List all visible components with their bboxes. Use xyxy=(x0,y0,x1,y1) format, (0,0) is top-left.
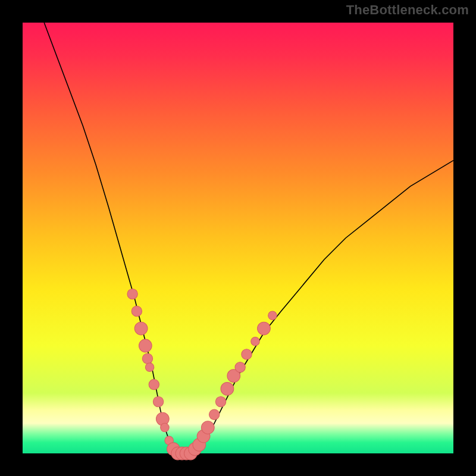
data-marker xyxy=(161,423,169,431)
chart-background xyxy=(23,23,453,453)
data-marker xyxy=(134,322,148,335)
attribution-label: TheBottleneck.com xyxy=(346,2,469,18)
data-marker xyxy=(145,363,154,371)
data-marker xyxy=(142,353,152,364)
data-marker xyxy=(242,349,252,359)
chart-frame: TheBottleneck.com xyxy=(0,0,476,476)
bottleneck-chart xyxy=(23,23,453,453)
data-marker xyxy=(268,311,277,320)
data-marker xyxy=(209,409,219,419)
data-marker xyxy=(139,339,152,352)
data-marker xyxy=(153,396,163,406)
data-marker xyxy=(258,322,271,335)
data-marker xyxy=(215,396,226,406)
data-marker xyxy=(201,421,214,434)
data-marker xyxy=(251,337,259,346)
data-marker xyxy=(221,383,234,396)
data-marker xyxy=(131,306,142,316)
data-marker xyxy=(127,289,137,299)
data-marker xyxy=(235,362,245,372)
data-marker xyxy=(149,379,159,389)
